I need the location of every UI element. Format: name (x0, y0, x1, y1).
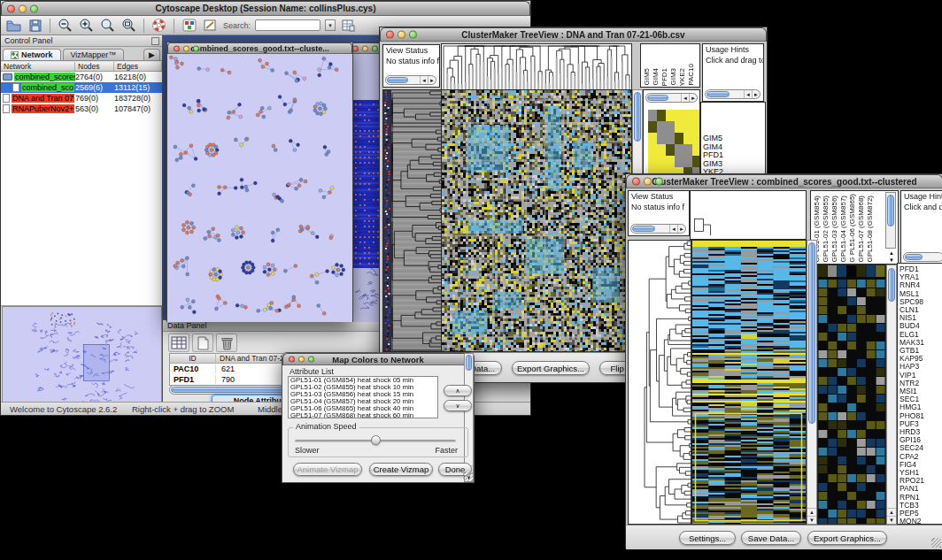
network-list-row[interactable]: RNAPuberNov2+ 563(0) 107847(0) (1, 104, 162, 114)
similarity-cell[interactable] (657, 144, 666, 156)
heatmap-panel[interactable] (691, 240, 807, 525)
tabs-overflow-button[interactable]: ▶ (143, 49, 160, 60)
scrollbar-thumb[interactable] (634, 92, 641, 142)
main-titlebar[interactable]: Cytoscape Desktop (Session Name: collins… (1, 1, 530, 16)
close-button[interactable] (174, 45, 180, 51)
help-lifesaver-icon[interactable] (151, 18, 167, 34)
create-vizmap-button[interactable]: Create Vizmap (369, 463, 433, 476)
column-dendrogram-canvas[interactable] (442, 44, 631, 90)
similarity-cell[interactable] (666, 110, 675, 121)
minimize-button[interactable] (362, 45, 368, 51)
resize-grip[interactable] (931, 538, 941, 548)
zoom-button[interactable] (655, 178, 663, 186)
scrollbar-thumb[interactable] (706, 91, 730, 97)
scrollbar-thumb[interactable] (647, 95, 668, 101)
network-titlebar[interactable]: combined_scores_good.txt--cluste... (167, 42, 352, 54)
experiment-column-label[interactable]: GPL51-03 (GSM856) (830, 196, 838, 263)
similarity-cell[interactable] (683, 156, 692, 167)
scroll-left-icon[interactable]: ◄ (420, 76, 428, 84)
labels-scrollbar[interactable] (885, 192, 896, 249)
scroll-right-icon[interactable]: ► (752, 90, 760, 98)
open-icon[interactable] (5, 18, 22, 34)
network-overview-panel[interactable] (2, 306, 162, 408)
export-graphics-button[interactable]: Export Graphics... (512, 361, 590, 375)
tab-vizmapper[interactable]: VizMapper™ (63, 49, 125, 60)
similarity-cell[interactable] (657, 133, 666, 144)
similarity-cell[interactable] (692, 144, 700, 156)
row-dendrogram-panel[interactable] (390, 89, 443, 352)
summary-grid-canvas[interactable] (818, 265, 885, 524)
scroll-right-icon[interactable]: ► (689, 94, 697, 102)
similarity-cell[interactable] (648, 121, 657, 133)
export-graphics-button[interactable]: Export Graphics... (807, 531, 887, 545)
scroll-down-icon[interactable]: ▼ (807, 516, 816, 524)
summary-grid-panel[interactable] (817, 265, 886, 525)
scrollbar-thumb[interactable] (632, 226, 655, 232)
save-icon[interactable] (27, 18, 43, 34)
attribute-list-item[interactable]: GPL51-07 (GSM868) heat shock 60 min (289, 412, 437, 418)
similarity-cell[interactable] (683, 133, 692, 144)
similarity-cell[interactable] (692, 156, 700, 167)
similarity-cell[interactable] (692, 110, 700, 121)
minimize-button[interactable] (398, 31, 405, 39)
zoom-selected-icon[interactable] (99, 18, 116, 34)
delete-attribute-trash-icon[interactable] (216, 334, 237, 352)
scrollbar-thumb[interactable] (905, 254, 923, 260)
similarity-cell[interactable] (648, 144, 657, 156)
network-list-row[interactable]: combined_scores 2764(0) 16218(0) (1, 72, 162, 82)
column-dendrogram-canvas[interactable] (691, 191, 806, 239)
minimize-button[interactable] (183, 45, 189, 51)
zoom-button[interactable] (30, 4, 38, 12)
network-overview-canvas[interactable] (3, 307, 161, 407)
similarity-cell[interactable] (675, 121, 683, 133)
column-dendrogram-panel[interactable] (690, 190, 807, 240)
treeview2-titlebar[interactable]: ClusterMaker TreeView : combined_scores_… (626, 174, 942, 188)
experiment-column-label[interactable]: GPL51-02 (GSM855) (822, 196, 830, 263)
similarity-cell[interactable] (675, 110, 683, 121)
matrix-column-label[interactable]: GIM3 (669, 68, 677, 86)
similarity-cell[interactable] (683, 121, 692, 133)
scroll-up-icon[interactable]: ▲ (889, 250, 894, 256)
scrollbar-thumb[interactable] (466, 355, 472, 371)
animate-vizmap-button[interactable]: Animate Vizmap (293, 463, 362, 476)
similarity-cell[interactable] (675, 156, 683, 167)
heatmap-canvas[interactable] (692, 241, 806, 524)
similarity-cell[interactable] (666, 133, 675, 144)
experiment-column-label[interactable]: GPL51-08 (GSM872) (866, 196, 874, 263)
similarity-cell[interactable] (683, 110, 692, 121)
zoom-button[interactable] (372, 45, 378, 51)
scrollbar-thumb[interactable] (808, 242, 815, 424)
gene-label[interactable]: MON2 (898, 518, 942, 525)
network-canvas[interactable] (167, 54, 352, 322)
vizmapper-icon[interactable] (181, 18, 197, 34)
grid-vscrollbar[interactable]: ▲ ▼ (886, 265, 897, 525)
search-input[interactable] (255, 19, 320, 31)
similarity-cell[interactable] (648, 110, 657, 121)
similarity-cell[interactable] (648, 156, 657, 167)
similarity-cell[interactable] (692, 133, 700, 144)
column-id[interactable]: ID (170, 354, 216, 363)
animation-speed-slider-thumb[interactable] (371, 435, 381, 445)
float-panel-icon[interactable] (151, 37, 159, 45)
matrix-column-label[interactable]: PAC10 (687, 64, 695, 86)
view-status-scrollbar[interactable]: ◄► (630, 224, 686, 234)
minimize-button[interactable] (644, 178, 652, 186)
experiment-column-label[interactable]: GPL51-07 (GSM868) (857, 196, 865, 263)
similarity-cell[interactable] (657, 121, 666, 133)
treeview1-titlebar[interactable]: ClusterMaker TreeView : DNA and Tran 07-… (380, 27, 767, 42)
search-dropdown-icon[interactable]: ▾ (325, 19, 336, 31)
column-network[interactable]: Network (1, 62, 75, 71)
zoom-out-icon[interactable] (57, 18, 73, 34)
scroll-right-icon[interactable]: ► (428, 76, 436, 84)
new-attribute-icon[interactable] (192, 334, 213, 352)
heatmap-panel[interactable] (441, 89, 632, 352)
select-attributes-icon[interactable] (168, 334, 189, 352)
attribute-table-icon[interactable] (340, 18, 357, 34)
scroll-left-icon[interactable]: ◄ (681, 94, 689, 102)
scrollbar-thumb[interactable] (888, 268, 895, 302)
matrix-column-label[interactable]: YKE2 (678, 68, 686, 86)
close-button[interactable] (7, 4, 15, 12)
dialog-titlebar[interactable]: Map Colors to Network (282, 353, 474, 365)
heatmap-canvas[interactable] (442, 90, 631, 351)
zoom-in-icon[interactable] (78, 18, 95, 34)
